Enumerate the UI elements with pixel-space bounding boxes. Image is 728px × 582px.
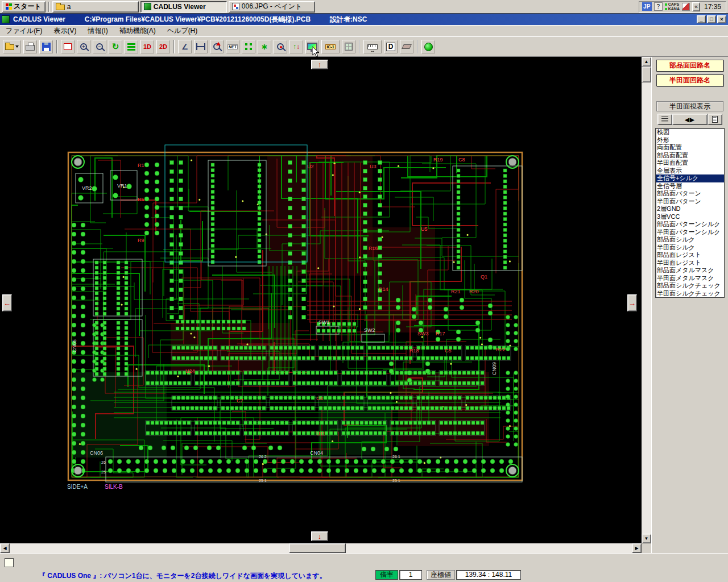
- tray-expand-button[interactable]: «: [692, 2, 700, 11]
- zoom-window-button[interactable]: [60, 39, 75, 54]
- task-button-paint[interactable]: 006.JPG - ペイント: [229, 1, 315, 13]
- menu-info[interactable]: 情報(I): [86, 26, 109, 36]
- layer-item[interactable]: 半田面パターン: [656, 198, 724, 206]
- layer-item[interactable]: 部品面レジスト: [656, 251, 724, 259]
- layer-item[interactable]: 3層VCC: [656, 213, 724, 221]
- scroll-down-button[interactable]: ▼: [642, 534, 651, 543]
- minimize-button[interactable]: _: [697, 15, 706, 23]
- pcb-drawing: R19C8VR2VR1R1R5R9U2U3U5R16R14Q1R21R20SW1…: [0, 57, 642, 543]
- pan-left-button[interactable]: ←: [2, 294, 12, 311]
- 1d-icon: 1D: [143, 43, 151, 50]
- layer-updown-button[interactable]: ↑↓: [289, 39, 304, 54]
- list-view-button[interactable]: [657, 114, 672, 125]
- layer-item[interactable]: 全層表示: [656, 167, 724, 175]
- component-side-names-button[interactable]: 部品面回路名: [656, 60, 723, 72]
- menu-view[interactable]: 表示(V): [52, 26, 77, 36]
- menu-aux[interactable]: 補助機能(A): [118, 26, 157, 36]
- scroll-right-button[interactable]: ▶: [632, 543, 642, 553]
- zoom-out-button[interactable]: −: [92, 39, 107, 54]
- color-swatch[interactable]: [5, 558, 14, 567]
- search-part-button[interactable]: [209, 39, 224, 54]
- angle-measure-button[interactable]: ∠: [177, 39, 192, 54]
- layer-item[interactable]: 半田面メタルマスク: [656, 275, 724, 282]
- coord-label: 座標値: [427, 570, 455, 580]
- svg-text:R5: R5: [138, 197, 144, 202]
- zoom-in-button[interactable]: +: [76, 39, 91, 54]
- dropdown-caret-icon: [15, 45, 19, 48]
- print-button[interactable]: [23, 39, 38, 54]
- vertical-scroll-thumb[interactable]: [642, 66, 651, 82]
- layer-item[interactable]: 部品面シルク: [656, 236, 724, 244]
- start-button[interactable]: スタート: [2, 1, 46, 13]
- layer-item[interactable]: 2層GND: [656, 205, 724, 213]
- layer-display-button[interactable]: [124, 39, 139, 54]
- layer-item[interactable]: 全信号層: [656, 182, 724, 190]
- eraser-button[interactable]: [399, 39, 414, 54]
- pan-down-button[interactable]: ↓: [311, 531, 328, 541]
- part-table-button[interactable]: [341, 39, 356, 54]
- ime-indicator[interactable]: JP: [642, 2, 652, 11]
- ime-help-icon[interactable]: ?: [654, 2, 663, 11]
- side-toggle-button[interactable]: ◀▶: [672, 114, 708, 125]
- online-check-button[interactable]: [421, 39, 436, 54]
- pcb-canvas[interactable]: R19C8VR2VR1R1R5R9U2U3U5R16R14Q1R21R20SW1…: [0, 57, 642, 543]
- layer-item[interactable]: 部品面パターン: [656, 190, 724, 198]
- svg-text:CN04: CN04: [310, 450, 323, 456]
- layer-item[interactable]: 部品面メタルマスク: [656, 267, 724, 275]
- layer-item[interactable]: 部品面配置: [656, 152, 724, 160]
- solder-side-names-button[interactable]: 半田面回路名: [656, 74, 723, 86]
- list-icon: [661, 117, 668, 122]
- net-highlight-button[interactable]: [241, 39, 256, 54]
- grid-icon: [345, 43, 353, 51]
- layer-item[interactable]: 半田面レジスト: [656, 259, 724, 267]
- title-bar[interactable]: CADLUS Viewer C:¥Program Files¥CADLUS Vi…: [0, 14, 728, 25]
- display-1d-button[interactable]: 1D: [140, 39, 155, 54]
- layer-item[interactable]: 半田面シルクチェック: [656, 290, 724, 298]
- net-button[interactable]: NET: [225, 39, 240, 54]
- svg-text:R17: R17: [436, 331, 445, 336]
- layer-item[interactable]: 部品面パターンシルク: [656, 221, 724, 228]
- pen-tool-icon[interactable]: [682, 3, 690, 11]
- task-button-cadlus[interactable]: CADLUS Viewer: [140, 1, 227, 13]
- pick-element-button[interactable]: [273, 39, 288, 54]
- svg-text:C4: C4: [316, 396, 323, 401]
- horizontal-scroll-thumb[interactable]: [289, 543, 346, 553]
- layer-item[interactable]: 検図: [656, 128, 724, 136]
- layer-item[interactable]: 全信号+シルク: [656, 174, 724, 182]
- caps-kana-indicator: CAPS KANA: [665, 2, 680, 11]
- menu-help[interactable]: ヘルプ(H): [166, 26, 199, 36]
- layer-item[interactable]: 半田面シルク: [656, 244, 724, 252]
- layer-item[interactable]: 外形: [656, 136, 724, 144]
- close-button[interactable]: ×: [717, 15, 726, 23]
- horizontal-scrollbar[interactable]: ◀ ▶: [0, 543, 642, 553]
- menu-file[interactable]: ファイル(F): [5, 26, 43, 36]
- task-button-a[interactable]: a: [52, 1, 139, 13]
- ic-pin-button[interactable]: IC-1: [321, 39, 340, 54]
- red-tick-icon: [216, 42, 221, 45]
- save-button[interactable]: [39, 39, 53, 54]
- vertical-scrollbar[interactable]: ▲ ▼: [642, 57, 651, 543]
- layer-item[interactable]: 半田面配置: [656, 159, 724, 167]
- mirror-view-button[interactable]: [708, 114, 722, 125]
- highlight-clear-button[interactable]: ∗: [257, 39, 272, 54]
- scroll-left-button[interactable]: ◀: [0, 543, 10, 553]
- 2d-icon: 2D: [159, 43, 167, 50]
- solder-view-label[interactable]: 半田面視表示: [656, 101, 723, 111]
- ruler-button[interactable]: ↔: [363, 39, 382, 54]
- layer-item[interactable]: 両面配置: [656, 144, 724, 152]
- app-title: CADLUS Viewer: [13, 15, 65, 23]
- open-button[interactable]: [2, 39, 22, 54]
- status-bar: 『 CADLUS One 』: パソコン1台に、モニターを2台接続しワイドな画面…: [0, 553, 728, 582]
- svg-text:CN06: CN06: [90, 450, 103, 456]
- zoom-value[interactable]: 1: [399, 570, 422, 580]
- scroll-up-button[interactable]: ▲: [642, 57, 651, 66]
- distance-measure-button[interactable]: [193, 39, 208, 54]
- redraw-button[interactable]: ↻: [108, 39, 123, 54]
- pan-right-button[interactable]: →: [627, 294, 637, 311]
- layer-item[interactable]: 部品面シルクチェック: [656, 282, 724, 290]
- layer-item[interactable]: 半田面パターンシルク: [656, 228, 724, 236]
- maximize-button[interactable]: □: [707, 15, 716, 23]
- d-code-button[interactable]: D: [383, 39, 398, 54]
- pan-up-button[interactable]: ↑: [311, 60, 328, 69]
- display-2d-button[interactable]: 2D: [156, 39, 171, 54]
